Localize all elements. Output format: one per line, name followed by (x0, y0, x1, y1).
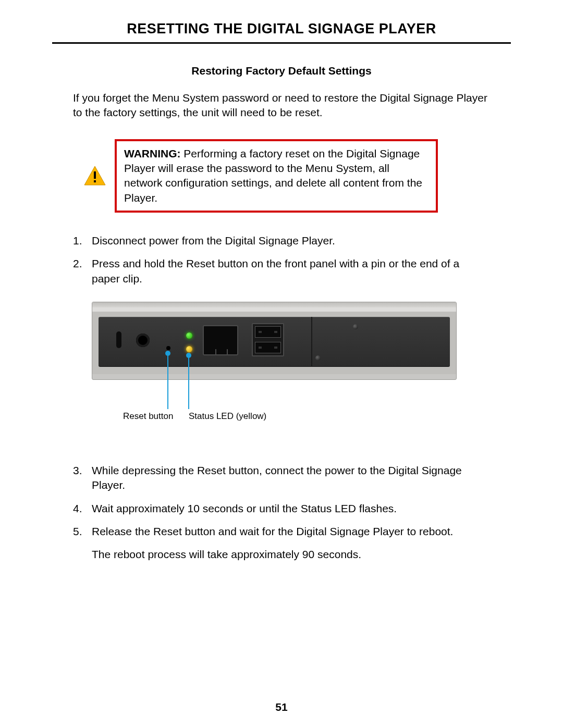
warning-label: WARNING: (124, 147, 181, 159)
audio-jack-icon (136, 334, 150, 347)
callout-status-label: Status LED (yellow) (189, 411, 266, 422)
page-title: RESETTING THE DIGITAL SIGNAGE PLAYER (52, 21, 511, 44)
callout-line-icon (167, 354, 168, 409)
usb-ports-icon (252, 323, 284, 356)
ethernet-port-icon (203, 325, 238, 355)
intro-paragraph: If you forget the Menu System password o… (73, 91, 490, 120)
section-title: Restoring Factory Default Settings (52, 65, 511, 77)
step-item: 2. Press and hold the Reset button on th… (73, 256, 490, 286)
warning-icon (83, 165, 106, 186)
step-number: 5. (73, 524, 92, 539)
step-text: While depressing the Reset button, conne… (92, 463, 490, 493)
step-text: Wait approximately 10 seconds or until t… (92, 501, 490, 516)
step-number: 1. (73, 233, 92, 248)
step-item: 5. Release the Reset button and wait for… (73, 524, 490, 539)
step-item: 3. While depressing the Reset button, co… (73, 463, 490, 493)
step-text: Release the Reset button and wait for th… (92, 524, 490, 539)
green-led-icon (186, 332, 192, 339)
step-item: 4. Wait approximately 10 seconds or unti… (73, 501, 490, 516)
step-text: Press and hold the Reset button on the f… (92, 256, 490, 286)
yellow-led-icon (186, 346, 192, 352)
footer-paragraph: The reboot process will take approximate… (92, 547, 490, 562)
svg-rect-2 (94, 180, 96, 182)
step-number: 3. (73, 463, 92, 493)
document-page: RESETTING THE DIGITAL SIGNAGE PLAYER Res… (0, 0, 563, 562)
step-number: 2. (73, 256, 92, 286)
device-figure: Reset button Status LED (yellow) (92, 302, 490, 380)
svg-rect-1 (94, 171, 96, 179)
callout-line-icon (188, 356, 189, 409)
step-item: 1. Disconnect power from the Digital Sig… (73, 233, 490, 248)
step-text: Disconnect power from the Digital Signag… (92, 233, 490, 248)
device-illustration (92, 302, 457, 380)
warning-callout: WARNING: Performing a factory reset on t… (83, 139, 490, 213)
page-number: 51 (0, 701, 563, 713)
slot-icon (116, 331, 121, 348)
step-number: 4. (73, 501, 92, 516)
callout-reset-label: Reset button (123, 411, 173, 422)
steps-list-b: 3. While depressing the Reset button, co… (73, 463, 490, 539)
warning-box: WARNING: Performing a factory reset on t… (115, 139, 438, 213)
steps-list-a: 1. Disconnect power from the Digital Sig… (73, 233, 490, 286)
